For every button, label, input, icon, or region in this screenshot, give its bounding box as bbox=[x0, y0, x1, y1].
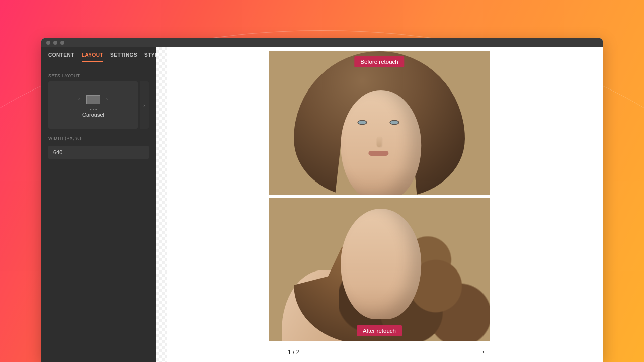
layout-option-label: Carousel bbox=[82, 112, 104, 118]
app-content: CONTENT LAYOUT SETTINGS STYLE SETS LAYOU… bbox=[41, 47, 603, 362]
after-image: After retouch bbox=[269, 198, 490, 341]
next-arrow-icon[interactable]: → bbox=[477, 347, 489, 357]
layout-options: ‹ › Carousel › bbox=[41, 81, 156, 129]
sidebar: CONTENT LAYOUT SETTINGS STYLE SETS LAYOU… bbox=[41, 47, 156, 362]
chevron-right-icon: › bbox=[106, 96, 108, 102]
after-badge: After retouch bbox=[357, 325, 402, 336]
window-control-maximize[interactable] bbox=[60, 41, 64, 45]
carousel-dots-icon bbox=[90, 109, 97, 111]
sidebar-tabs: CONTENT LAYOUT SETTINGS STYLE bbox=[41, 47, 156, 66]
carousel-icon: ‹ › bbox=[80, 93, 106, 107]
page-indicator: 1 / 2 bbox=[288, 349, 299, 356]
app-window: CONTENT LAYOUT SETTINGS STYLE SETS LAYOU… bbox=[41, 38, 603, 362]
chevron-right-icon: › bbox=[143, 103, 145, 108]
carousel-pager: 1 / 2 → bbox=[269, 344, 490, 357]
window-titlebar bbox=[41, 38, 603, 47]
tab-layout[interactable]: LAYOUT bbox=[82, 52, 103, 62]
sets-layout-label: SETS LAYOUT bbox=[41, 66, 156, 81]
before-badge: Before retouch bbox=[354, 56, 404, 67]
chevron-left-icon: ‹ bbox=[78, 96, 80, 102]
window-control-close[interactable] bbox=[46, 41, 50, 45]
before-image: Before retouch bbox=[269, 51, 490, 195]
window-control-minimize[interactable] bbox=[53, 41, 57, 45]
width-input[interactable] bbox=[48, 146, 149, 159]
preview-widget: Before retouch After retouch 1 / 2 → bbox=[269, 51, 490, 357]
width-label: WIDTH (PX, %) bbox=[41, 129, 156, 144]
layout-option-carousel[interactable]: ‹ › Carousel bbox=[48, 81, 138, 129]
layout-option-next[interactable]: › bbox=[140, 81, 149, 129]
tab-settings[interactable]: SETTINGS bbox=[110, 52, 137, 62]
preview-canvas: Before retouch After retouch 1 / 2 → bbox=[156, 47, 603, 362]
carousel-frame-icon bbox=[86, 95, 100, 104]
tab-content[interactable]: CONTENT bbox=[48, 52, 74, 62]
